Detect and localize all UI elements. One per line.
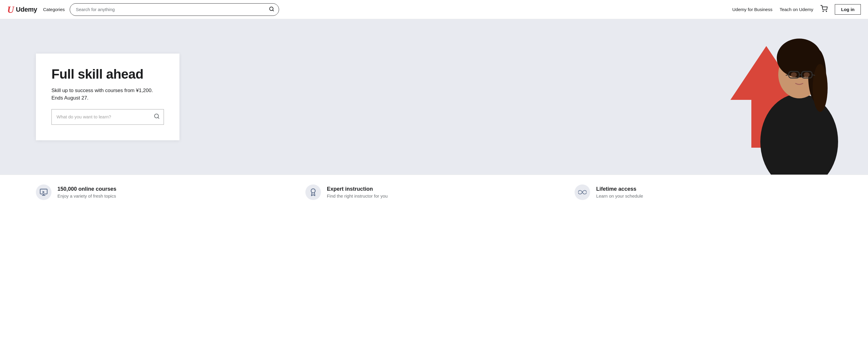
feature-online-courses-heading: 150,000 online courses	[57, 186, 116, 192]
hero-search-input[interactable]	[52, 109, 164, 125]
hero-search-container	[52, 109, 164, 125]
hero-card: Full skill ahead Skill up to success wit…	[36, 54, 180, 140]
svg-point-18	[804, 72, 810, 77]
feature-lifetime-access-description: Learn on your schedule	[596, 193, 643, 198]
feature-online-courses-description: Enjoy a variety of fresh topics	[57, 193, 116, 198]
navbar-search-input[interactable]	[70, 3, 279, 16]
hero-subtitle: Skill up to success with courses from ¥1…	[52, 87, 164, 102]
feature-online-courses: 150,000 online courses Enjoy a variety o…	[36, 184, 305, 200]
svg-point-17	[791, 72, 797, 77]
feature-expert-instruction-text: Expert instruction Find the right instru…	[327, 186, 388, 198]
navbar-search-container	[70, 3, 279, 16]
feature-expert-instruction-description: Find the right instructor for you	[327, 193, 388, 198]
cart-icon[interactable]	[820, 5, 828, 14]
infinity-icon	[575, 184, 590, 200]
feature-lifetime-access-text: Lifetime access Learn on your schedule	[596, 186, 643, 198]
hero-search-button[interactable]	[154, 113, 160, 121]
hero-title: Full skill ahead	[52, 67, 164, 82]
hero-person-graphic	[748, 25, 850, 175]
hero-visual	[391, 19, 868, 175]
logo-u-icon: U	[7, 5, 14, 14]
features-bar: 150,000 online courses Enjoy a variety o…	[0, 175, 868, 210]
svg-point-3	[826, 11, 827, 12]
feature-expert-instruction-heading: Expert instruction	[327, 186, 388, 192]
feature-expert-instruction: Expert instruction Find the right instru…	[305, 184, 575, 200]
categories-nav-item[interactable]: Categories	[43, 7, 65, 12]
person-svg	[751, 28, 847, 175]
teach-on-udemy-link[interactable]: Teach on Udemy	[779, 7, 813, 12]
monitor-icon	[36, 184, 52, 200]
svg-point-2	[823, 11, 824, 12]
feature-lifetime-access-heading: Lifetime access	[596, 186, 643, 192]
login-button[interactable]: Log in	[835, 4, 861, 14]
navbar: U Udemy Categories Udemy for Business Te…	[0, 0, 868, 19]
svg-marker-22	[43, 191, 45, 193]
logo-text: Udemy	[16, 6, 37, 13]
svg-line-5	[158, 117, 159, 118]
feature-online-courses-text: 150,000 online courses Enjoy a variety o…	[57, 186, 116, 198]
udemy-business-link[interactable]: Udemy for Business	[732, 7, 772, 12]
navbar-right-section: Udemy for Business Teach on Udemy Log in	[732, 4, 861, 14]
award-icon	[305, 184, 321, 200]
hero-section: Full skill ahead Skill up to success wit…	[0, 19, 868, 175]
hero-card-container: Full skill ahead Skill up to success wit…	[36, 54, 180, 140]
logo[interactable]: U Udemy	[7, 5, 37, 14]
svg-point-11	[813, 64, 828, 112]
feature-lifetime-access: Lifetime access Learn on your schedule	[575, 184, 832, 200]
svg-point-6	[760, 94, 838, 175]
